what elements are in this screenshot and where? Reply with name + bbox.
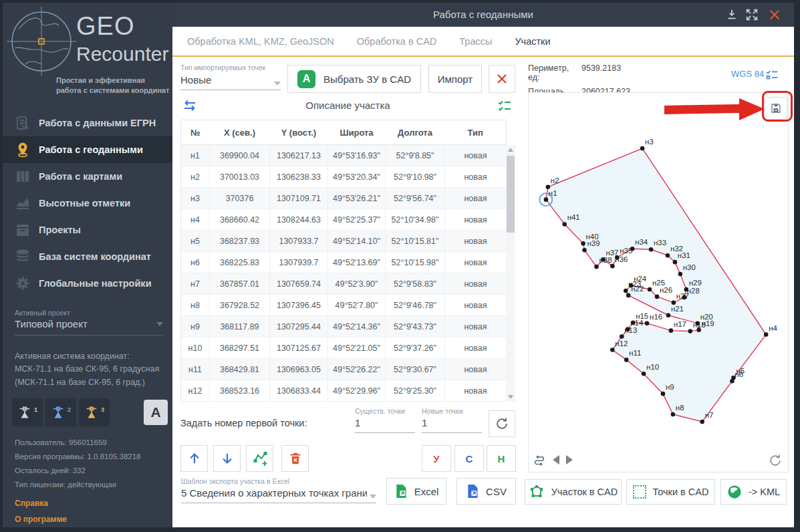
- map-point-н22[interactable]: [626, 293, 631, 298]
- map-point-н21[interactable]: [666, 313, 671, 317]
- table-row[interactable]: н6368225.831307939.749°52'13.69"52°10'15…: [181, 252, 507, 273]
- map-point-н32[interactable]: [666, 253, 670, 258]
- tab-routes[interactable]: Трассы: [459, 36, 492, 47]
- tab-kml-kmz-geojson[interactable]: Обработка KML, KMZ, GeoJSON: [187, 36, 334, 47]
- table-row[interactable]: н5368237.931307933.749°52'14.10"52°10'15…: [181, 231, 507, 252]
- table-row[interactable]: н4368660.421308244.6349°52'25.37"52°10'3…: [181, 209, 507, 231]
- map-point-н38[interactable]: [594, 265, 599, 269]
- letter-n-button[interactable]: Н: [487, 445, 516, 472]
- move-down-button[interactable]: [213, 445, 241, 472]
- map-panel[interactable]: н1н2н3н4н5н6н7н8н9н10н11н12н13н14н15н16н…: [528, 92, 789, 473]
- table-row[interactable]: н10368297.511307125.6749°52'21.05"52°9'3…: [181, 338, 507, 359]
- renumber-button[interactable]: [489, 410, 515, 437]
- map-point-н24[interactable]: [629, 283, 634, 288]
- point-type-select[interactable]: Тип импортируемых точек Новые: [180, 63, 281, 90]
- save-map-button[interactable]: [765, 97, 787, 120]
- table-row[interactable]: н1369900.041306217.1349°53'16.93"52°9'8.…: [181, 145, 507, 166]
- sidebar-item-projects[interactable]: Проекты: [3, 217, 172, 243]
- wgs84-link[interactable]: WGS 84: [731, 69, 764, 79]
- map-point-н1[interactable]: [544, 197, 549, 202]
- parcel-map-svg[interactable]: н1н2н3н4н5н6н7н8н9н10н11н12н13н14н15н16н…: [529, 93, 788, 472]
- delete-points-button[interactable]: [281, 445, 309, 472]
- map-point-н17[interactable]: [669, 328, 674, 333]
- map-point-н15[interactable]: [631, 320, 636, 325]
- prev-point-icon[interactable]: [553, 455, 559, 464]
- next-point-icon[interactable]: [566, 455, 573, 464]
- map-point-н20[interactable]: [695, 321, 700, 325]
- col-y[interactable]: Y (вост.): [270, 120, 328, 145]
- map-point-н2[interactable]: [546, 184, 551, 189]
- checklist-icon[interactable]: [497, 98, 513, 114]
- col-number[interactable]: №: [181, 120, 210, 145]
- sidebar-item-maps[interactable]: Работа с картами: [3, 163, 172, 190]
- map-point-н29[interactable]: [684, 287, 689, 292]
- map-point-н25[interactable]: [648, 287, 652, 292]
- map-point-н11[interactable]: [624, 358, 629, 362]
- map-point-н33[interactable]: [649, 247, 654, 252]
- plot-to-cad-button[interactable]: Участок в CAD: [525, 479, 622, 505]
- map-point-н18[interactable]: [688, 329, 692, 334]
- col-lat[interactable]: Широта: [328, 120, 386, 145]
- tab-cad-processing[interactable]: Обработка в CAD: [357, 36, 437, 47]
- export-kml-button[interactable]: -> KML: [720, 479, 787, 505]
- map-point-н12[interactable]: [610, 348, 615, 352]
- close-icon[interactable]: [767, 7, 782, 22]
- sidebar-item-elevations[interactable]: Высотные отметки: [3, 190, 172, 217]
- clear-button[interactable]: [489, 65, 515, 93]
- scroll-up-icon[interactable]: [506, 145, 515, 154]
- map-point-н7[interactable]: [700, 420, 704, 424]
- tab-parcels[interactable]: Участки: [515, 36, 550, 47]
- map-point-н36[interactable]: [610, 264, 615, 269]
- table-row[interactable]: н7367857.011307659.7449°52'3.90"52°9'58.…: [181, 273, 507, 295]
- add-vertices-button[interactable]: [246, 445, 273, 472]
- map-point-н31[interactable]: [673, 260, 678, 265]
- table-row[interactable]: н12368523.161306833.4449°52'29.96"52°9'2…: [181, 380, 507, 402]
- font-tool-button[interactable]: A: [144, 400, 168, 425]
- minimize-icon[interactable]: [724, 7, 739, 22]
- crs-preset-button-2[interactable]: 2: [45, 398, 76, 426]
- scroll-down-icon[interactable]: [506, 392, 515, 402]
- map-point-н3[interactable]: [640, 146, 645, 151]
- map-point-н40[interactable]: [581, 241, 585, 246]
- map-point-н26[interactable]: [655, 295, 660, 299]
- map-point-н28[interactable]: [682, 295, 687, 300]
- move-up-button[interactable]: [180, 445, 208, 472]
- export-template-select[interactable]: Шаблон экспорта участка в Excel 5 Сведен…: [181, 477, 376, 503]
- new-points-field[interactable]: Новые точки 1: [422, 407, 482, 433]
- about-link[interactable]: О программе: [15, 515, 67, 524]
- map-point-н23[interactable]: [624, 289, 628, 293]
- map-point-н39[interactable]: [582, 248, 587, 253]
- map-point-н27[interactable]: [672, 301, 676, 305]
- map-point-н41[interactable]: [562, 222, 567, 227]
- crs-checklist-icon[interactable]: [765, 68, 779, 82]
- table-row[interactable]: н11368429.811306963.0549°52'26.22"52°9'3…: [181, 359, 507, 380]
- import-button[interactable]: Импорт: [428, 65, 482, 93]
- map-point-н16[interactable]: [645, 321, 650, 325]
- letter-s-button[interactable]: С: [454, 445, 484, 472]
- sidebar-item-global-settings[interactable]: Глобальные настройки: [3, 270, 172, 297]
- help-link[interactable]: Справка: [15, 499, 48, 508]
- sidebar-item-crs-database[interactable]: База систем координат: [3, 243, 172, 270]
- map-point-н13[interactable]: [620, 334, 624, 339]
- map-point-н4[interactable]: [764, 332, 769, 337]
- table-row[interactable]: н8367928.521307396.4549°52'7.80"52°9'46.…: [181, 295, 507, 316]
- route-direction-icon[interactable]: [533, 453, 546, 467]
- maximize-icon[interactable]: [745, 7, 759, 22]
- active-project-select[interactable]: Типовой проект: [15, 318, 163, 336]
- existing-points-field[interactable]: Существ. точки 1: [355, 407, 415, 433]
- crs-preset-button-1[interactable]: 1: [12, 398, 43, 426]
- map-point-н8[interactable]: [671, 412, 676, 417]
- map-point-н6[interactable]: [730, 379, 735, 384]
- scrollbar-thumb[interactable]: [507, 156, 515, 233]
- table-row[interactable]: н9368117.891307295.4449°52'14.36"52°9'43…: [181, 316, 507, 338]
- map-point-н9[interactable]: [661, 392, 666, 396]
- table-scrollbar[interactable]: [506, 145, 515, 402]
- crs-preset-button-3[interactable]: 3: [79, 398, 110, 426]
- sidebar-item-geodata[interactable]: Работа с геоданными: [3, 136, 172, 163]
- col-lon[interactable]: Долгота: [386, 120, 445, 145]
- points-to-cad-button[interactable]: Точки в CAD: [626, 479, 715, 505]
- table-row[interactable]: н2370013.031306238.3349°53'20.34"52°9'10…: [181, 166, 507, 188]
- rotate-map-icon[interactable]: [768, 453, 783, 468]
- table-row[interactable]: н33703761307109.7149°53'26.21"52°9'56.74…: [181, 188, 507, 209]
- col-x[interactable]: X (сев.): [210, 120, 270, 145]
